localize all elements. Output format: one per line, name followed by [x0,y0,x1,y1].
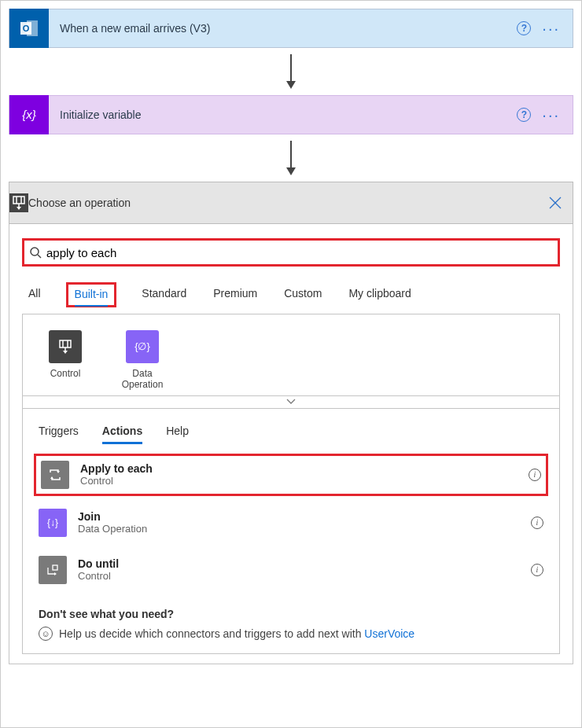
subtab-triggers[interactable]: Triggers [39,425,79,444]
connectors-panel: Control {∅} Data Operation [22,314,560,396]
connector-label: Data Operation [119,368,166,391]
category-tabs: All Built-in Standard Premium Custom My … [27,282,560,307]
svg-text:{x}: {x} [22,108,36,121]
svg-line-16 [38,255,41,258]
svg-text:{↓}: {↓} [47,517,58,528]
more-menu-icon[interactable]: ··· [542,107,560,123]
flow-step-initialize-variable[interactable]: {x} Initialize variable ? ··· [9,95,573,134]
variable-icon: {x} [9,95,49,134]
help-icon[interactable]: ? [517,21,531,35]
svg-point-15 [31,248,39,256]
info-icon[interactable]: i [529,469,541,481]
flow-arrow-icon [9,141,573,175]
action-join[interactable]: {↓} Join Data Operation i [39,507,543,539]
action-title: Apply to each [80,462,153,475]
svg-text:{∅}: {∅} [134,340,150,352]
help-icon[interactable]: ? [517,108,531,122]
svg-rect-26 [53,565,57,570]
svg-rect-17 [60,340,71,347]
svg-marker-4 [286,81,296,89]
tab-premium[interactable]: Premium [212,282,259,307]
action-subtitle: Control [80,475,153,487]
connector-control[interactable]: Control [42,330,89,391]
svg-marker-27 [54,572,57,575]
tab-builtin-label: Built-in [75,288,109,307]
choose-operation-icon [9,193,28,212]
svg-marker-12 [17,207,21,210]
svg-rect-8 [13,197,24,204]
chevron-down-icon [286,399,296,405]
choose-operation-body: All Built-in Standard Premium Custom My … [9,224,573,664]
flow-arrow-icon [9,54,573,89]
action-title: Join [78,510,147,523]
tab-builtin[interactable]: Built-in [66,282,117,307]
search-icon [29,246,42,259]
step-title: Initialize variable [60,108,517,121]
do-until-icon [39,556,67,584]
data-operation-icon: {∅} [126,330,159,363]
close-icon[interactable] [538,197,573,209]
action-subtitle: Data Operation [78,523,147,535]
subtab-actions[interactable]: Actions [102,425,142,444]
footer-heading: Don't see what you need? [39,608,543,620]
connector-label: Control [50,368,81,379]
tab-standard[interactable]: Standard [140,282,188,307]
info-icon[interactable]: i [531,564,543,576]
search-box[interactable] [22,238,560,267]
action-do-until[interactable]: Do until Control i [39,554,543,586]
svg-marker-23 [57,471,60,473]
tab-custom[interactable]: Custom [282,282,323,307]
footer-text: Help us decide which connectors and trig… [59,627,364,640]
action-list: Apply to each Control i {↓} Join Data Op… [39,458,543,586]
tab-all[interactable]: All [27,282,42,307]
more-menu-icon[interactable]: ··· [542,20,560,36]
uservoice-link[interactable]: UserVoice [364,627,414,640]
svg-text:O: O [23,24,30,33]
svg-marker-24 [50,476,53,479]
outlook-icon: O [9,9,49,48]
control-icon [49,330,82,363]
connector-data-operation[interactable]: {∅} Data Operation [119,330,166,391]
choose-operation-header: Choose an operation [9,182,573,224]
info-icon[interactable]: i [531,517,543,529]
search-input[interactable] [46,241,553,263]
subtab-help[interactable]: Help [166,425,189,444]
step-title: When a new email arrives (V3) [60,22,517,35]
subtabs: Triggers Actions Help [39,425,543,444]
actions-panel: Triggers Actions Help Apply to each Cont… [22,409,560,654]
collapse-toggle[interactable] [22,396,560,409]
action-apply-to-each[interactable]: Apply to each Control i [34,454,548,496]
smile-icon: ☺ [39,627,53,641]
footer-help: Don't see what you need? ☺ Help us decid… [39,608,543,641]
flow-step-email-trigger[interactable]: O When a new email arrives (V3) ? ··· [9,9,573,48]
loop-icon [41,461,69,489]
action-title: Do until [78,557,119,570]
svg-marker-21 [63,351,68,354]
svg-marker-7 [286,167,296,175]
join-icon: {↓} [39,509,67,537]
choose-operation-title: Choose an operation [28,197,131,209]
action-subtitle: Control [78,570,119,582]
tab-clipboard[interactable]: My clipboard [347,282,412,307]
